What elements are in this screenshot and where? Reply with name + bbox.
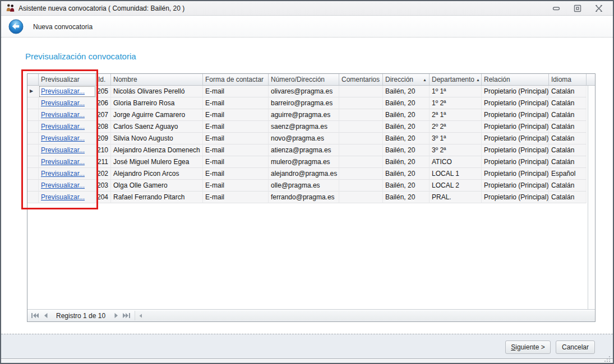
idioma-cell[interactable]: Catalán bbox=[549, 109, 587, 121]
row-selector-cell[interactable]: ▶ bbox=[27, 109, 39, 121]
numero-cell[interactable]: ferrando@pragma.es bbox=[269, 192, 339, 203]
preview-link[interactable]: Previsualizar... bbox=[41, 193, 85, 201]
preview-link[interactable]: Previsualizar... bbox=[41, 99, 85, 107]
preview-link[interactable]: Previsualizar... bbox=[41, 158, 85, 166]
preview-link[interactable]: Previsualizar... bbox=[41, 170, 85, 178]
id-cell[interactable]: 208 bbox=[96, 121, 111, 133]
relacion-cell[interactable]: Propietario (Principal) bbox=[482, 86, 549, 97]
column-header-numero-direccion[interactable]: Número/Dirección bbox=[269, 74, 339, 85]
preview-link[interactable]: Previsualizar... bbox=[41, 134, 85, 142]
direccion-cell[interactable]: Bailén, 20 bbox=[383, 133, 430, 144]
preview-link[interactable]: Previsualizar... bbox=[41, 87, 85, 95]
row-selector-cell[interactable]: ▶ bbox=[27, 156, 39, 168]
comentarios-cell[interactable] bbox=[339, 192, 383, 203]
direccion-cell[interactable]: Bailén, 20 bbox=[383, 192, 430, 203]
column-header-comentarios[interactable]: Comentarios bbox=[339, 74, 383, 85]
departamento-cell[interactable]: LOCAL 2 bbox=[430, 180, 482, 192]
direccion-cell[interactable]: Bailén, 20 bbox=[383, 86, 430, 97]
idioma-cell[interactable]: Catalán bbox=[549, 144, 587, 156]
relacion-cell[interactable]: Propietario (Principal) bbox=[482, 144, 549, 156]
departamento-cell[interactable]: 2º 2ª bbox=[430, 121, 482, 133]
row-selector-cell[interactable]: ▶ bbox=[27, 133, 39, 144]
relacion-cell[interactable]: Propietario (Principal) bbox=[482, 109, 549, 121]
departamento-cell[interactable]: PRAL. bbox=[430, 192, 482, 203]
departamento-cell[interactable]: 2ª 1ª bbox=[430, 109, 482, 121]
departamento-cell[interactable]: 1º 1ª bbox=[430, 86, 482, 97]
column-header-id[interactable]: Id. bbox=[96, 74, 111, 85]
column-header-direccion[interactable]: Dirección▲ bbox=[383, 74, 430, 85]
column-header-idioma[interactable]: Idioma bbox=[549, 74, 587, 85]
preview-cell[interactable]: Previsualizar... bbox=[39, 133, 96, 144]
numero-cell[interactable]: olle@pragma.es bbox=[269, 180, 339, 192]
numero-cell[interactable]: atienza@pragma.es bbox=[269, 144, 339, 156]
departamento-cell[interactable]: 1º 2ª bbox=[430, 97, 482, 109]
forma-cell[interactable]: E-mail bbox=[203, 121, 269, 133]
row-selector-cell[interactable]: ▶ bbox=[27, 144, 39, 156]
comentarios-cell[interactable] bbox=[339, 109, 383, 121]
idioma-cell[interactable]: Catalán bbox=[549, 97, 587, 109]
forma-cell[interactable]: E-mail bbox=[203, 86, 269, 97]
departamento-cell[interactable]: 3º 2ª bbox=[430, 144, 482, 156]
idioma-cell[interactable]: Catalán bbox=[549, 192, 587, 203]
numero-cell[interactable]: barreiro@pragma.es bbox=[269, 97, 339, 109]
preview-link[interactable]: Previsualizar... bbox=[41, 111, 85, 119]
numero-cell[interactable]: aguirre@pragma.es bbox=[269, 109, 339, 121]
forma-cell[interactable]: E-mail bbox=[203, 168, 269, 180]
forma-cell[interactable]: E-mail bbox=[203, 180, 269, 192]
direccion-cell[interactable]: Bailén, 20 bbox=[383, 144, 430, 156]
comentarios-cell[interactable] bbox=[339, 144, 383, 156]
relacion-cell[interactable]: Propietario (Principal) bbox=[482, 121, 549, 133]
idioma-cell[interactable]: Catalán bbox=[549, 133, 587, 144]
nombre-cell[interactable]: José Miguel Mulero Egea bbox=[111, 156, 203, 168]
vertical-scrollbar[interactable] bbox=[588, 86, 595, 309]
column-header-departamento[interactable]: Departamento▲ bbox=[430, 74, 482, 85]
idioma-cell[interactable]: Catalán bbox=[549, 156, 587, 168]
id-cell[interactable]: 209 bbox=[96, 133, 111, 144]
id-cell[interactable]: 207 bbox=[96, 109, 111, 121]
relacion-cell[interactable]: Propietario (Principal) bbox=[482, 156, 549, 168]
direccion-cell[interactable]: Bailén, 20 bbox=[383, 121, 430, 133]
resize-grip[interactable] bbox=[603, 355, 611, 362]
idioma-cell[interactable]: Catalán bbox=[549, 86, 587, 97]
relacion-cell[interactable]: Propietario (Principal) bbox=[482, 168, 549, 180]
column-header-nombre[interactable]: Nombre bbox=[111, 74, 203, 85]
id-cell[interactable]: 203 bbox=[96, 180, 111, 192]
preview-cell[interactable]: Previsualizar... bbox=[39, 192, 96, 203]
row-selector-cell[interactable]: ▶ bbox=[27, 192, 39, 203]
title-bar[interactable]: Asistente nueva convocatoria ( Comunidad… bbox=[1, 1, 613, 16]
nombre-cell[interactable]: Rafael Ferrando Pitarch bbox=[111, 192, 203, 203]
preview-cell[interactable]: Previsualizar... bbox=[39, 156, 96, 168]
id-cell[interactable]: 205 bbox=[96, 86, 111, 97]
comentarios-cell[interactable] bbox=[339, 97, 383, 109]
next-record-button[interactable] bbox=[111, 311, 121, 321]
column-header-previsualizar[interactable]: Previsualizar bbox=[39, 74, 96, 85]
comentarios-cell[interactable] bbox=[339, 180, 383, 192]
siguiente-button[interactable]: Siguiente > bbox=[505, 340, 551, 354]
numero-cell[interactable]: alejandro@pragma.es bbox=[269, 168, 339, 180]
last-record-button[interactable] bbox=[121, 311, 131, 321]
comentarios-cell[interactable] bbox=[339, 156, 383, 168]
scroll-left-icon[interactable] bbox=[137, 312, 145, 320]
relacion-cell[interactable]: Propietario (Principal) bbox=[482, 133, 549, 144]
id-cell[interactable]: 211 bbox=[96, 156, 111, 168]
nombre-cell[interactable]: Jorge Aguirre Camarero bbox=[111, 109, 203, 121]
row-selector-cell[interactable]: ▶ bbox=[27, 168, 39, 180]
departamento-cell[interactable]: 3º 1ª bbox=[430, 133, 482, 144]
forma-cell[interactable]: E-mail bbox=[203, 192, 269, 203]
idioma-cell[interactable]: Español bbox=[549, 168, 587, 180]
preview-cell[interactable]: Previsualizar... bbox=[39, 97, 96, 109]
departamento-cell[interactable]: ATICO bbox=[430, 156, 482, 168]
column-header-forma-de-contactar[interactable]: Forma de contactar bbox=[203, 74, 269, 85]
numero-cell[interactable]: saenz@pragma.es bbox=[269, 121, 339, 133]
maximize-button[interactable] bbox=[574, 4, 581, 12]
departamento-cell[interactable]: LOCAL 1 bbox=[430, 168, 482, 180]
comentarios-cell[interactable] bbox=[339, 168, 383, 180]
preview-cell[interactable]: Previsualizar... bbox=[39, 86, 96, 97]
direccion-cell[interactable]: Bailén, 20 bbox=[383, 97, 430, 109]
row-selector-cell[interactable]: ▶ bbox=[27, 121, 39, 133]
horizontal-scrollbar[interactable] bbox=[135, 311, 594, 320]
nombre-cell[interactable]: Alejandro Atienza Domenech bbox=[111, 144, 203, 156]
minimize-button[interactable] bbox=[552, 4, 560, 12]
close-button[interactable] bbox=[595, 4, 603, 12]
nombre-cell[interactable]: Nicolás Olivares Perelló bbox=[111, 86, 203, 97]
